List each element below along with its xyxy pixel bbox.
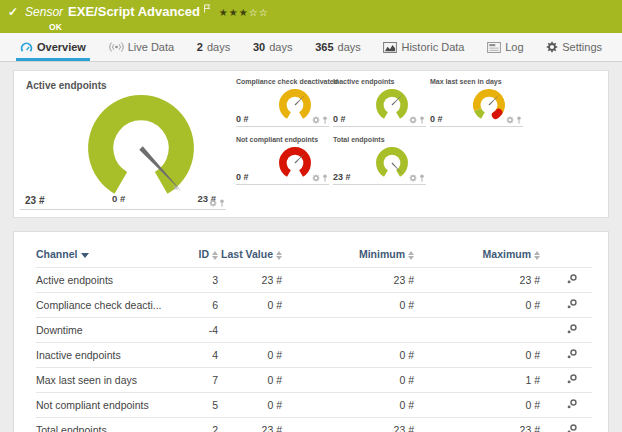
sort-icon	[534, 251, 540, 260]
flag-icon[interactable]	[203, 4, 211, 13]
object-kind-label: Sensor	[25, 5, 63, 19]
priority-stars[interactable]: ★★★☆☆	[219, 7, 269, 18]
channel-id: -4	[168, 318, 218, 343]
gauge-card-actions	[409, 116, 425, 124]
channel-name[interactable]: Total endpoints	[36, 418, 168, 432]
channel-id: 2	[168, 418, 218, 432]
tab-2-days[interactable]: 2 days	[193, 33, 234, 61]
channel-settings-button[interactable]	[566, 300, 578, 312]
main-content: Active endpoints x 0 # 23 # 23 # Complia…	[0, 62, 622, 432]
channel-last-value	[218, 318, 282, 343]
channel-maximum: 0 #	[414, 393, 540, 418]
gauge-value: 0 #	[236, 114, 249, 124]
table-row: Not compliant endpoints50 #0 #0 #	[36, 393, 592, 418]
channel-name[interactable]: Downtime	[36, 318, 168, 343]
gauge-title: Inactive endpoints	[333, 78, 426, 85]
gear-icon[interactable]	[312, 116, 320, 124]
tab-label: days	[338, 41, 361, 53]
column-header-minimum[interactable]: Minimum	[282, 238, 414, 268]
gauge-value: 23 #	[333, 172, 351, 182]
column-header-channel[interactable]: Channel	[36, 238, 168, 268]
broadcast-icon	[109, 41, 124, 53]
gauge-card-actions	[312, 116, 328, 124]
sort-caret-icon	[81, 253, 89, 258]
pin-icon[interactable]	[219, 199, 225, 207]
gauge-value: 23 #	[25, 195, 44, 206]
channel-table-panel: Channel ID Last Value Minimum Maximum Ac…	[13, 231, 609, 432]
chart-icon	[383, 42, 397, 53]
channel-maximum: 23 #	[414, 268, 540, 293]
tab-live-data[interactable]: Live Data	[105, 33, 178, 61]
gauge-card[interactable]: Inactive endpoints0 #	[333, 78, 426, 127]
channel-settings-icon	[566, 298, 578, 310]
channel-settings-icon	[566, 398, 578, 410]
pin-icon[interactable]	[419, 116, 425, 124]
pin-icon[interactable]	[322, 116, 328, 124]
tab-overview[interactable]: Overview	[16, 33, 90, 61]
gauge-title: Compliance check deactivated	[236, 78, 329, 85]
gauge-card[interactable]: Max last seen in days0 #	[430, 78, 523, 127]
gauge-card-actions	[506, 116, 522, 124]
gauge-title: Max last seen in days	[430, 78, 523, 85]
channel-name[interactable]: Active endpoints	[36, 268, 168, 293]
channel-maximum: 0 #	[414, 293, 540, 318]
gauge-card[interactable]: Compliance check deactivated0 #	[236, 78, 329, 127]
tab-365-days[interactable]: 365 days	[311, 33, 365, 61]
svg-text:x: x	[174, 183, 178, 192]
tab-label: Historic Data	[401, 41, 464, 53]
channel-minimum: 0 #	[282, 293, 414, 318]
tab-label: Log	[505, 41, 523, 53]
channel-settings-button[interactable]	[566, 375, 578, 387]
tab-settings[interactable]: Settings	[542, 33, 606, 61]
table-row: Total endpoints223 #23 #23 #	[36, 418, 592, 432]
channel-name[interactable]: Compliance check deacti...	[36, 293, 168, 318]
pin-icon[interactable]	[322, 174, 328, 182]
channel-settings-icon	[566, 323, 578, 335]
channel-minimum: 0 #	[282, 393, 414, 418]
channel-id: 3	[168, 268, 218, 293]
tab-log[interactable]: Log	[483, 33, 527, 61]
tab-30-days[interactable]: 30 days	[249, 33, 297, 61]
channel-minimum: 23 #	[282, 268, 414, 293]
channel-settings-button[interactable]	[566, 350, 578, 362]
channel-name[interactable]: Not compliant endpoints	[36, 393, 168, 418]
gauge-card[interactable]: Not compliant endpoints0 #	[236, 136, 329, 185]
gear-icon[interactable]	[312, 174, 320, 182]
tab-number: 30	[253, 41, 265, 53]
gear-icon[interactable]	[209, 199, 217, 207]
column-header-id[interactable]: ID	[168, 238, 218, 268]
gear-icon[interactable]	[506, 116, 514, 124]
channel-minimum	[282, 318, 414, 343]
channel-maximum: 0 #	[414, 343, 540, 368]
channel-last-value: 0 #	[218, 393, 282, 418]
gauge	[373, 86, 411, 124]
pin-icon[interactable]	[419, 174, 425, 182]
column-header-last-value[interactable]: Last Value	[218, 238, 282, 268]
channel-table-body: Active endpoints323 #23 #23 #Compliance …	[36, 268, 592, 432]
sort-icon	[408, 251, 414, 260]
channel-settings-button[interactable]	[566, 400, 578, 412]
gauge-card-actions	[409, 174, 425, 182]
column-header-maximum[interactable]: Maximum	[414, 238, 540, 268]
primary-gauge-card[interactable]: Active endpoints x 0 # 23 # 23 #	[20, 78, 226, 210]
channel-last-value: 23 #	[218, 418, 282, 432]
channel-settings-button[interactable]	[566, 275, 578, 287]
status-check-icon: ✓	[8, 5, 18, 19]
tab-historic-data[interactable]: Historic Data	[379, 33, 468, 61]
channel-settings-button[interactable]	[566, 425, 578, 432]
small-gauges: Compliance check deactivated0 #Inactive …	[234, 78, 602, 210]
channel-settings-icon	[566, 373, 578, 385]
gear-icon[interactable]	[409, 174, 417, 182]
channel-settings-button[interactable]	[566, 325, 578, 337]
channel-name[interactable]: Inactive endpoints	[36, 343, 168, 368]
gear-icon[interactable]	[409, 116, 417, 124]
gauge-title: Not compliant endpoints	[236, 136, 329, 143]
channel-minimum: 0 #	[282, 343, 414, 368]
channel-name[interactable]: Max last seen in days	[36, 368, 168, 393]
pin-icon[interactable]	[516, 116, 522, 124]
gauge	[276, 86, 314, 124]
gauge-card[interactable]: Total endpoints23 #	[333, 136, 426, 185]
sort-icon	[212, 251, 218, 260]
channel-id: 5	[168, 393, 218, 418]
channel-settings-icon	[566, 348, 578, 360]
